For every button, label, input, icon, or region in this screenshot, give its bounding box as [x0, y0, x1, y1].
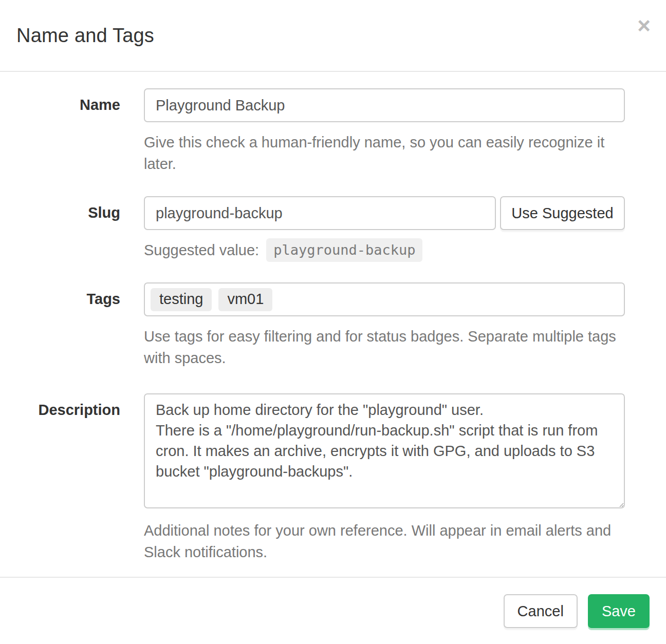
- slug-form-group: Slug Use Suggested Suggested value: play…: [0, 196, 666, 262]
- tags-help-text: Use tags for easy filtering and for stat…: [144, 326, 625, 369]
- close-icon[interactable]: ×: [637, 14, 651, 37]
- slug-input-group: Use Suggested: [144, 196, 625, 230]
- name-input[interactable]: [144, 88, 625, 122]
- suggested-value-prefix: Suggested value:: [144, 242, 259, 259]
- name-label: Name: [0, 88, 120, 113]
- description-form-group: Description Back up home directory for t…: [0, 393, 666, 563]
- name-help-text: Give this check a human-friendly name, s…: [144, 131, 625, 175]
- use-suggested-button[interactable]: Use Suggested: [500, 196, 625, 230]
- dialog-title: Name and Tags: [16, 25, 154, 47]
- tags-control-column: testing vm01 Use tags for easy filtering…: [144, 282, 625, 369]
- slug-suggested-line: Suggested value: playground-backup: [144, 238, 625, 262]
- tags-form-group: Tags testing vm01 Use tags for easy filt…: [0, 282, 666, 369]
- description-help-text: Additional notes for your own reference.…: [144, 520, 625, 563]
- name-form-group: Name Give this check a human-friendly na…: [0, 88, 666, 175]
- tags-input[interactable]: testing vm01: [144, 282, 625, 316]
- dialog-header: Name and Tags ×: [0, 0, 666, 72]
- suggested-value-code: playground-backup: [266, 238, 422, 262]
- name-and-tags-dialog: Name and Tags × Name Give this check a h…: [0, 0, 666, 644]
- slug-label: Slug: [0, 196, 120, 221]
- slug-control-column: Use Suggested Suggested value: playgroun…: [144, 196, 625, 262]
- dialog-footer: Cancel Save: [0, 577, 666, 644]
- name-control-column: Give this check a human-friendly name, s…: [144, 88, 625, 175]
- description-label: Description: [0, 393, 120, 419]
- dialog-body: Name Give this check a human-friendly na…: [0, 72, 666, 577]
- cancel-button[interactable]: Cancel: [504, 594, 578, 628]
- slug-input[interactable]: [144, 196, 496, 230]
- save-button[interactable]: Save: [588, 594, 650, 628]
- tag-chip[interactable]: testing: [151, 288, 212, 311]
- tag-chip[interactable]: vm01: [218, 288, 272, 311]
- description-textarea[interactable]: Back up home directory for the "playgrou…: [144, 393, 625, 508]
- description-control-column: Back up home directory for the "playgrou…: [144, 393, 625, 563]
- tags-label: Tags: [0, 282, 120, 308]
